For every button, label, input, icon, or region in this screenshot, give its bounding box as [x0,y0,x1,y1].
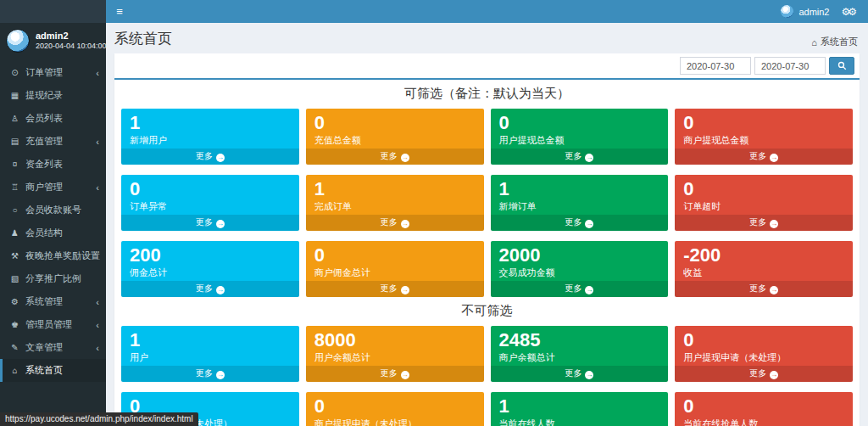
stat-value: 0 [130,178,291,199]
stat-box: 0 充值总金额 更多→ [306,109,484,165]
arrow-circle-right-icon: → [216,220,225,228]
key-icon: ¤ [9,160,20,169]
stat-value: 0 [314,244,476,266]
stat-value: 0 [499,112,660,133]
stat-value: 8000 [314,329,476,350]
more-link[interactable]: 更多→ [491,281,669,297]
user-name: admin2 [36,31,107,42]
stat-label: 新增订单 [499,200,660,213]
sidebar-item-article-management[interactable]: ✎ 文章管理 ‹ [0,336,106,359]
arrow-circle-right-icon: → [585,286,593,294]
stat-value: 1 [314,178,476,199]
sidebar-item-system-home[interactable]: ⌂ 系统首页 [0,359,106,382]
breadcrumb-label: 系统首页 [821,36,858,48]
sidebar-toggle-button[interactable]: ≡ [106,0,133,23]
home-icon: ⌂ [811,37,817,48]
more-link[interactable]: 更多→ [675,366,853,382]
stat-value: 0 [314,395,476,417]
more-link[interactable]: 更多→ [675,215,853,231]
stat-value: 0 [314,112,476,133]
sidebar-item-system-management[interactable]: ⚙ 系统管理 ‹ [0,290,106,313]
sidebar-item-funds-list[interactable]: ¤ 资金列表 [0,153,106,176]
arrow-circle-right-icon: → [216,154,225,162]
navbar-user-avatar [781,5,793,18]
stat-box: 1 用户 更多→ [121,326,299,382]
stat-label: 用户提现总金额 [499,134,660,147]
newspaper-icon: ▧ [9,274,20,283]
stat-label: 商户提现总金额 [683,134,844,147]
arrow-circle-right-icon: → [585,220,593,228]
more-link[interactable]: 更多→ [491,215,669,231]
stat-box: 0 用户提现总金额 更多→ [491,109,669,165]
table-icon: ▦ [9,91,20,100]
stat-box: 0 商户提现总金额 更多→ [675,109,853,165]
chevron-left-icon: ‹ [96,297,101,307]
arrow-circle-right-icon: → [770,154,778,162]
navbar-user-menu[interactable]: admin2 [776,0,834,23]
sidebar-item-member-structure[interactable]: ♟ 会员结构 [0,221,106,244]
more-link[interactable]: 更多→ [306,149,484,165]
user-login-datetime: 2020-04-04 10:04:00 [36,42,107,51]
stat-value: 0 [683,112,844,133]
sidebar-item-order-management[interactable]: ⊙ 订单管理 ‹ [0,61,106,84]
sidebar-item-night-order-reward-settings[interactable]: ⚒ 夜晚抢单奖励设置 [0,244,106,267]
more-link[interactable]: 更多→ [121,149,299,165]
more-link[interactable]: 更多→ [121,215,299,231]
sidebar-item-share-promotion-ratio[interactable]: ▧ 分享推广比例 [0,267,106,290]
image-icon: ▤ [9,137,20,146]
more-link[interactable]: 更多→ [675,281,853,297]
sidebar-item-merchant-management[interactable]: ♖ 商户管理 ‹ [0,176,106,199]
sidebar-item-admin-management[interactable]: ♚ 管理员管理 ‹ [0,313,106,336]
wrench-icon: ⚒ [9,251,20,261]
stat-label: 商户余额总计 [499,351,660,364]
stat-value: 200 [130,244,291,266]
sidebar-brand-strip [0,0,106,23]
stat-label: 商户提现申请（未处理） [314,418,476,426]
sidebar-item-recharge-management[interactable]: ▤ 充值管理 ‹ [0,130,106,153]
top-navbar: ≡ admin2 ⚙⚙ [106,0,868,23]
arrow-circle-right-icon: → [770,371,778,379]
arrow-circle-right-icon: → [216,286,225,294]
stat-value: -200 [683,244,844,266]
stat-box: 2000 交易成功金额 更多→ [491,241,669,297]
stat-box: 1 新增用户 更多→ [121,109,299,165]
more-link[interactable]: 更多→ [675,149,853,165]
sidebar-item-member-list[interactable]: ♙ 会员列表 [0,107,106,130]
more-link[interactable]: 更多→ [491,366,669,382]
panel-divider [114,78,860,80]
stat-label: 订单超时 [683,200,844,213]
more-link[interactable]: 更多→ [306,281,484,297]
more-link[interactable]: 更多→ [306,215,484,231]
stat-box: 1 完成订单 更多→ [306,175,484,231]
settings-cogs-icon[interactable]: ⚙⚙ [834,0,861,23]
chevron-left-icon: ‹ [96,68,101,78]
arrow-circle-right-icon: → [770,220,778,228]
stat-label: 充值总金额 [314,134,476,147]
stat-box: 2485 商户余额总计 更多→ [491,326,669,382]
search-button[interactable] [829,57,854,75]
home-icon: ⌂ [9,366,20,375]
arrow-circle-right-icon: → [585,154,593,162]
stat-value: 1 [499,178,660,199]
sidebar-item-member-payment-account[interactable]: ○ 会员收款账号 [0,199,106,221]
arrow-circle-right-icon: → [585,371,593,379]
stat-value: 1 [130,112,291,133]
more-link[interactable]: 更多→ [491,149,669,165]
more-link[interactable]: 更多→ [121,281,299,297]
more-link[interactable]: 更多→ [121,366,299,382]
more-link[interactable]: 更多→ [306,366,484,382]
page-title: 系统首页 [114,29,172,48]
arrow-circle-right-icon: → [401,286,409,294]
date-from-input[interactable] [680,57,751,75]
arrow-circle-right-icon: → [401,154,409,162]
sidebar-item-withdraw-records[interactable]: ▦ 提现纪录 [0,84,106,107]
stat-label: 用户余额总计 [314,351,476,364]
content-area: 系统首页 ⌂ 系统首页 可筛选（备注：默认为当天） 1 新增用户 更多→ [106,23,868,426]
stat-label: 当前在线人数 [499,418,660,426]
chevron-left-icon: ‹ [96,320,101,330]
stat-label: 收益 [683,266,844,279]
date-to-input[interactable] [754,57,826,75]
breadcrumb[interactable]: ⌂ 系统首页 [811,36,858,48]
navbar-user-name: admin2 [798,7,829,17]
stat-box: -200 收益 更多→ [675,241,853,297]
